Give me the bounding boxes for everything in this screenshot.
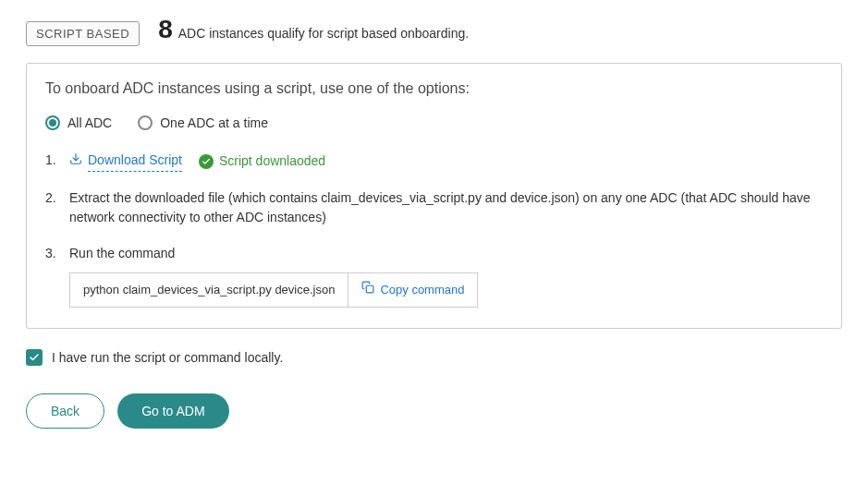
download-script-label: Download Script [88,151,182,172]
back-button[interactable]: Back [26,393,104,429]
step-1: 1. Download Script Script downlaoded [45,151,823,172]
step-number: 2. [45,188,60,227]
confirm-label: I have run the script or command locally… [52,350,283,365]
button-row: Back Go to ADM [26,393,842,429]
instance-count: 8 [158,15,173,44]
confirm-row: I have run the script or command locally… [26,349,842,366]
svg-rect-1 [367,285,374,293]
radio-one-adc[interactable]: One ADC at a time [138,115,268,130]
copy-command-button[interactable]: Copy command [348,273,477,307]
instance-count-suffix: ADC instances qualify for script based o… [178,26,469,41]
radio-icon [45,115,60,130]
check-icon [199,154,214,169]
step-3-label: Run the command [69,244,823,263]
radio-row: All ADC One ADC at a time [45,115,823,130]
step-number: 3. [45,244,60,308]
copy-icon [361,281,374,299]
script-based-badge: SCRIPT BASED [26,21,140,46]
step-3: 3. Run the command python claim_devices_… [45,244,823,308]
download-status: Script downlaoded [199,151,325,171]
step-2: 2. Extract the downloaded file (which co… [45,188,823,227]
copy-command-label: Copy command [380,281,464,299]
command-text: python claim_devices_via_script.py devic… [70,273,348,307]
step-2-text: Extract the downloaded file (which conta… [69,188,823,227]
download-status-label: Script downlaoded [219,151,325,171]
qualify-text: 8 ADC instances qualify for script based… [158,15,469,44]
confirm-checkbox[interactable] [26,349,43,366]
download-icon [69,151,82,171]
onboarding-panel: To onboard ADC instances using a script,… [26,63,842,329]
step-number: 1. [45,151,60,172]
panel-title: To onboard ADC instances using a script,… [45,80,823,97]
radio-label: All ADC [67,115,112,130]
radio-all-adc[interactable]: All ADC [45,115,112,130]
radio-label: One ADC at a time [160,115,268,130]
radio-icon [138,115,153,130]
download-script-link[interactable]: Download Script [69,151,182,172]
header-row: SCRIPT BASED 8 ADC instances qualify for… [26,15,842,46]
go-to-adm-button[interactable]: Go to ADM [117,393,228,429]
